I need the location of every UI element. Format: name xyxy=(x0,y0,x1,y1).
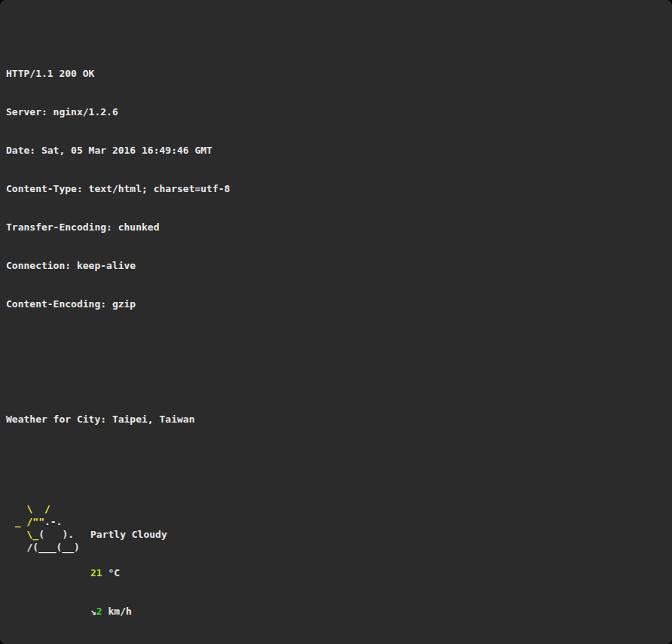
temperature-value: 21 °C xyxy=(90,566,167,579)
header-connection: Connection: keep-alive xyxy=(6,259,666,272)
http-status-line: HTTP/1.1 200 OK xyxy=(6,67,666,80)
current-conditions: \ / _ /"".-. \_( ). /(___(__) Partly Clo… xyxy=(6,502,666,644)
header-content-encoding: Content-Encoding: gzip xyxy=(6,298,666,310)
http-response-headers: HTTP/1.1 200 OK Server: nginx/1.2.6 Date… xyxy=(6,41,666,336)
header-transfer-encoding: Transfer-Encoding: chunked xyxy=(6,221,666,233)
header-server: Server: nginx/1.2.6 xyxy=(6,105,666,118)
partly-cloudy-icon: \ / _ /"".-. \_( ). /(___(__) xyxy=(9,502,84,644)
header-date: Date: Sat, 05 Mar 2016 16:49:46 GMT xyxy=(6,144,666,157)
terminal-screen: HTTP/1.1 200 OK Server: nginx/1.2.6 Date… xyxy=(0,0,672,644)
current-conditions-info: Partly Cloudy 21 °C ↘2 km/h 10 km 0.0 mm xyxy=(90,502,167,644)
condition-label: Partly Cloudy xyxy=(90,528,167,541)
header-content-type: Content-Type: text/html; charset=utf-8 xyxy=(6,182,666,195)
blank-line xyxy=(6,451,666,464)
blank-line xyxy=(6,374,666,387)
location-line: Weather for City: Taipei, Taiwan xyxy=(6,413,666,426)
wind-speed: ↘2 km/h xyxy=(90,605,167,618)
